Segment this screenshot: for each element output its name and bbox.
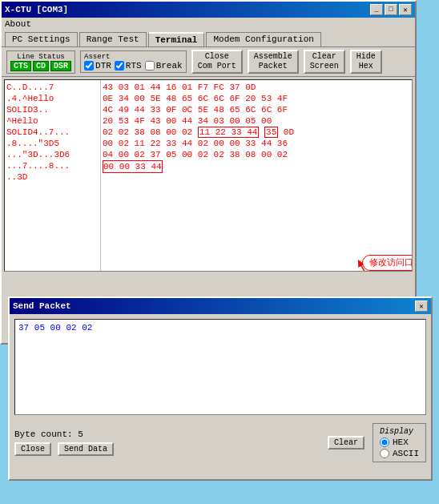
ascii-radio[interactable] bbox=[380, 449, 389, 458]
main-window: X-CTU [COM3] _ □ ✕ About PC Settings Ran… bbox=[0, 0, 417, 345]
left-line-6: .8...."3D5 bbox=[6, 138, 99, 149]
menu-bar: About bbox=[2, 18, 415, 30]
hex-line-6: 00 02 11 22 33 44 02 00 00 33 44 36 bbox=[103, 138, 410, 149]
minimize-button[interactable]: _ bbox=[370, 4, 383, 15]
left-line-4: ^Hello bbox=[6, 115, 99, 127]
assert-label: Assert bbox=[84, 53, 110, 61]
cts-led: CTS bbox=[10, 61, 31, 71]
ascii-radio-label: ASCII bbox=[393, 449, 419, 458]
send-packet-title-bar: Send Packet ✕ bbox=[10, 298, 431, 314]
tab-range-test[interactable]: Range Test bbox=[79, 32, 147, 46]
packet-input-value: 37 05 00 02 02 bbox=[18, 323, 92, 333]
dtr-checkbox[interactable] bbox=[84, 61, 94, 71]
hex-line-5: 02 02 38 08 00 02 11 22 33 44 35 0D bbox=[103, 127, 410, 138]
tab-terminal[interactable]: Terminal bbox=[148, 32, 205, 46]
rts-label: RTS bbox=[126, 61, 142, 71]
hex-radio-label: HEX bbox=[393, 437, 409, 447]
toolbar: Line Status CTS CD DSR Assert DTR RTS bbox=[2, 46, 415, 77]
hex-line-3: 4C 49 44 33 0F 0C 5E 48 65 6C 6C 6F bbox=[103, 104, 410, 115]
hex-line-7: 04 00 02 37 05 00 02 02 38 08 00 02 bbox=[103, 149, 410, 160]
break-label: Break bbox=[156, 61, 183, 71]
break-checkbox[interactable] bbox=[145, 61, 155, 71]
display-label: Display bbox=[380, 427, 413, 436]
terminal-left-panel: C..D....7 .4.^Hello SOLID3.. ^Hello SOLI… bbox=[5, 80, 101, 271]
terminal-right-panel: 43 03 01 44 16 01 F7 FC 37 0D 0E 34 00 5… bbox=[101, 80, 412, 271]
annotation-label: 修改访问口令 bbox=[362, 255, 412, 271]
packet-footer: Byte count: 5 Close Send Data Clear Disp… bbox=[10, 420, 431, 466]
hex-line-2: 0E 34 00 5E 48 65 6C 6C 6F 20 53 4F bbox=[103, 93, 410, 104]
send-packet-title-label: Send Packet bbox=[13, 301, 71, 311]
dtr-label: DTR bbox=[95, 61, 111, 71]
tab-modem-config[interactable]: Modem Configuration bbox=[206, 32, 320, 46]
byte-count-label: Byte count: 5 bbox=[14, 429, 114, 439]
left-line-2: .4.^Hello bbox=[6, 93, 99, 104]
left-line-1: C..D....7 bbox=[6, 82, 99, 93]
clear-button[interactable]: Clear bbox=[328, 436, 364, 450]
assemble-packet-button[interactable]: AssemblePacket bbox=[248, 50, 299, 74]
left-line-8: ...7....8... bbox=[6, 160, 99, 171]
main-window-title: X-CTU [COM3] bbox=[5, 5, 68, 14]
hex-line-4: 20 53 4F 43 00 44 34 03 00 05 00 bbox=[103, 115, 410, 127]
send-packet-window: Send Packet ✕ 37 05 00 02 02 Byte count:… bbox=[8, 296, 433, 481]
display-group: Clear Display HEX ASCII bbox=[328, 423, 426, 462]
menu-about[interactable]: About bbox=[5, 19, 31, 29]
hex-line-8: 00 00 33 44 bbox=[103, 160, 163, 173]
left-line-9: ..3D bbox=[6, 171, 99, 183]
terminal-area: C..D....7 .4.^Hello SOLID3.. ^Hello SOLI… bbox=[4, 79, 413, 272]
ascii-radio-group: ASCII bbox=[380, 449, 419, 458]
rts-checkbox[interactable] bbox=[115, 61, 124, 71]
packet-input-area[interactable]: 37 05 00 02 02 bbox=[14, 319, 426, 415]
packet-close-button[interactable]: Close bbox=[14, 442, 51, 456]
main-title-bar: X-CTU [COM3] _ □ ✕ bbox=[2, 2, 415, 18]
hex-line-1: 43 03 01 44 16 01 F7 FC 37 0D bbox=[103, 82, 410, 93]
send-packet-close-button[interactable]: ✕ bbox=[415, 300, 428, 312]
clear-screen-button[interactable]: ClearScreen bbox=[304, 50, 345, 74]
tab-pc-settings[interactable]: PC Settings bbox=[5, 32, 78, 46]
left-line-7: ..."3D...3D6 bbox=[6, 149, 99, 160]
packet-footer-left: Byte count: 5 Close Send Data bbox=[14, 429, 114, 456]
hex-radio-group: HEX bbox=[380, 437, 409, 447]
break-group: Break bbox=[145, 61, 183, 71]
send-data-button[interactable]: Send Data bbox=[58, 442, 114, 456]
display-options: Display HEX ASCII bbox=[373, 423, 426, 462]
dtr-group: DTR bbox=[84, 61, 111, 71]
rts-group: RTS bbox=[115, 61, 142, 71]
hex-radio[interactable] bbox=[380, 437, 389, 447]
close-button[interactable]: ✕ bbox=[399, 4, 412, 15]
maximize-button[interactable]: □ bbox=[385, 4, 397, 15]
title-bar-buttons: _ □ ✕ bbox=[370, 4, 412, 15]
left-line-5: SOLID4..7... bbox=[6, 127, 99, 138]
dsr-led: DSR bbox=[50, 61, 71, 71]
left-line-3: SOLID3.. bbox=[6, 104, 99, 115]
packet-buttons: Close Send Data bbox=[14, 442, 114, 456]
tab-bar: PC Settings Range Test Terminal Modem Co… bbox=[2, 30, 415, 46]
line-status-label: Line Status bbox=[17, 53, 64, 61]
hide-hex-button[interactable]: HideHex bbox=[350, 50, 382, 74]
cd-led: CD bbox=[33, 61, 49, 71]
close-com-port-button[interactable]: CloseCom Port bbox=[191, 50, 243, 74]
